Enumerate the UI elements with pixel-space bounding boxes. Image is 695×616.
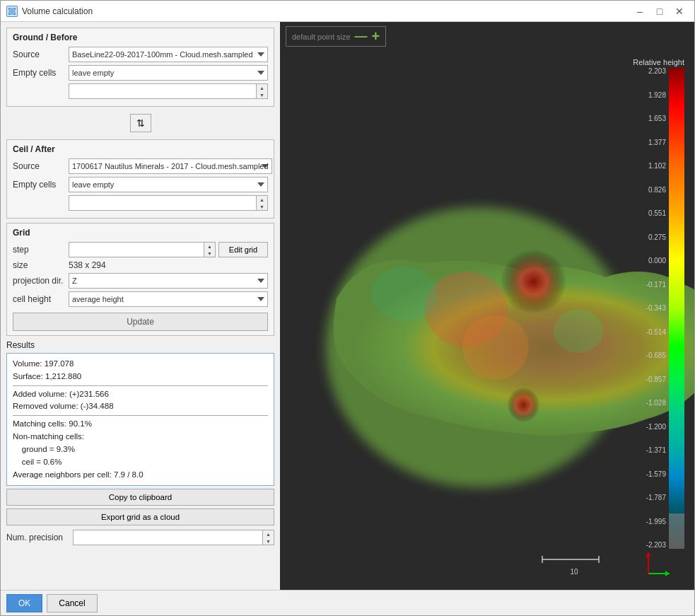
color-bar-svg (669, 68, 684, 549)
color-bar-label-item: -0.685 (646, 352, 666, 359)
grid-size-label: size (13, 260, 66, 270)
ground-fill-up-btn[interactable]: ▲ (257, 84, 267, 91)
grid-step-down-btn[interactable]: ▼ (204, 250, 215, 257)
increase-point-size-icon[interactable]: + (372, 28, 380, 45)
copy-to-clipboard-button[interactable]: Copy to clipboard (6, 489, 274, 506)
title-bar: Volume calculation – □ ✕ (1, 1, 694, 22)
grid-proj-select[interactable]: Z (69, 273, 268, 289)
color-bar-label-item: 0.551 (646, 210, 666, 217)
window-title: Volume calculation (22, 6, 93, 16)
num-precision-up-btn[interactable]: ▲ (263, 530, 274, 537)
ground-fill-spinbox[interactable]: 0.000000 ▲ ▼ (69, 83, 268, 99)
ceil-empty-label: Empty cells (13, 180, 66, 190)
edit-grid-button[interactable]: Edit grid (218, 242, 268, 257)
right-panel: default point size — + (280, 22, 694, 590)
ceil-after-title: Ceil / After (13, 144, 268, 154)
ground-source-label: Source (13, 50, 66, 59)
minimize-button[interactable]: – (631, 4, 649, 19)
grid-step-input[interactable]: 0.100000 (69, 243, 204, 257)
grid-proj-row: projection dir. Z (13, 273, 268, 289)
color-bar-label-item: -0.857 (646, 376, 666, 383)
point-size-button[interactable]: default point size — + (286, 26, 386, 47)
result-matching: Matching cells: 90.1% (13, 418, 268, 431)
ceil-fill-row: 0.000000 ▲ ▼ (13, 195, 268, 211)
ground-source-select[interactable]: BaseLine22-09-2017-100mm - Cloud.mesh.sa… (69, 47, 268, 62)
color-bar-container: Relative height 2.2031.9281.6531.3771.10… (633, 58, 684, 549)
color-bar-label-item: -1.371 (646, 447, 666, 454)
ceil-source-select[interactable]: 1700617 Nautilus Minerals - 2017 - Cloud… (69, 158, 272, 174)
result-avg-neighbors: Average neighbors per cell: 7.9 / 8.0 (13, 469, 268, 482)
result-ground-pct: ground = 9.3% (13, 443, 268, 456)
grid-section: Grid step 0.100000 ▲ ▼ Edit grid size 53… (6, 223, 274, 336)
color-bar-label-item: 0.275 (646, 234, 666, 241)
scale-bar-label: 10 (570, 568, 578, 576)
terrain-viewport (280, 51, 694, 590)
results-divider1 (13, 385, 268, 386)
grid-step-spinbox[interactable]: 0.100000 ▲ ▼ (69, 242, 216, 257)
swap-button[interactable]: ⇅ (130, 114, 151, 132)
ceil-fill-up-btn[interactable]: ▲ (257, 196, 267, 203)
ground-empty-select[interactable]: leave empty (69, 65, 268, 81)
grid-step-up-btn[interactable]: ▲ (204, 243, 215, 250)
color-bar-title: Relative height (633, 58, 684, 66)
ground-fill-input[interactable]: 0.000000 (69, 84, 256, 98)
num-precision-spinbox[interactable]: 3 ▲ ▼ (73, 530, 274, 545)
svg-point-5 (462, 315, 529, 379)
ground-fill-row: 0.000000 ▲ ▼ (13, 83, 268, 99)
color-bar-label-item: 2.203 (646, 68, 666, 75)
results-divider2 (13, 415, 268, 416)
results-title: Results (6, 340, 274, 350)
grid-step-spinbox-btns: ▲ ▼ (204, 243, 215, 257)
viewport-area[interactable]: Relative height 2.2031.9281.6531.3771.10… (280, 51, 694, 590)
grid-cellheight-select[interactable]: average height (69, 291, 268, 307)
num-precision-spinbox-btns: ▲ ▼ (262, 530, 274, 545)
color-bar-label-item: -0.171 (646, 281, 666, 289)
svg-marker-15 (665, 571, 670, 576)
color-bar-label-item: -0.343 (646, 305, 666, 312)
ceil-empty-select[interactable]: leave empty (69, 177, 268, 192)
result-volume: Volume: 197.078 (13, 358, 268, 371)
scale-bar-svg (539, 552, 609, 566)
close-button[interactable]: ✕ (670, 4, 689, 19)
cancel-button[interactable]: Cancel (47, 594, 97, 612)
color-bar-labels: 2.2031.9281.6531.3771.1020.8260.5510.275… (646, 68, 666, 549)
ground-fill-down-btn[interactable]: ▼ (257, 91, 267, 98)
update-button[interactable]: Update (13, 313, 268, 331)
result-added: Added volume: (+)231.566 (13, 388, 268, 401)
num-precision-input[interactable]: 3 (74, 530, 262, 545)
color-bar (669, 68, 684, 549)
num-precision-row: Num. precision 3 ▲ ▼ (6, 530, 274, 545)
ceil-source-row: Source 1700617 Nautilus Minerals - 2017 … (13, 158, 268, 174)
color-bar-label-item: -1.995 (646, 518, 666, 525)
ground-fill-spinbox-btns: ▲ ▼ (256, 84, 267, 98)
decrease-point-size-icon[interactable]: — (355, 29, 368, 44)
export-grid-button[interactable]: Export grid as a cloud (6, 509, 274, 525)
color-bar-label-item: -1.200 (646, 424, 666, 431)
grid-proj-label: projection dir. (13, 276, 66, 286)
maximize-button[interactable]: □ (650, 4, 669, 19)
ground-before-section: Ground / Before Source BaseLine22-09-201… (6, 28, 274, 107)
ceil-empty-row: Empty cells leave empty (13, 177, 268, 192)
num-precision-down-btn[interactable]: ▼ (263, 537, 274, 545)
ceil-after-section: Ceil / After Source 1700617 Nautilus Min… (6, 139, 274, 219)
results-section: Results Volume: 197.078 Surface: 1,212.8… (6, 340, 274, 545)
svg-rect-8 (669, 68, 684, 549)
svg-point-6 (371, 267, 438, 320)
ceil-fill-down-btn[interactable]: ▼ (257, 203, 267, 210)
title-controls: – □ ✕ (631, 4, 689, 19)
grid-cellheight-label: cell height (13, 294, 66, 304)
color-bar-label-item: -1.787 (646, 494, 666, 501)
color-bar-label-item: -1.028 (646, 400, 666, 407)
grid-step-row: step 0.100000 ▲ ▼ Edit grid (13, 242, 268, 257)
point-size-label: default point size (292, 33, 351, 41)
ground-empty-row: Empty cells leave empty (13, 65, 268, 81)
color-bar-label-item: 1.377 (646, 139, 666, 146)
ceil-fill-spinbox[interactable]: 0.000000 ▲ ▼ (69, 195, 268, 211)
color-bar-label-item: -2.203 (646, 542, 666, 549)
ceil-fill-input[interactable]: 0.000000 (69, 196, 256, 210)
color-bar-label-item: 0.826 (646, 187, 666, 194)
result-surface: Surface: 1,212.880 (13, 371, 268, 383)
ground-before-title: Ground / Before (13, 33, 268, 42)
ok-button[interactable]: OK (6, 594, 42, 612)
viewport-toolbar: default point size — + (280, 22, 694, 51)
